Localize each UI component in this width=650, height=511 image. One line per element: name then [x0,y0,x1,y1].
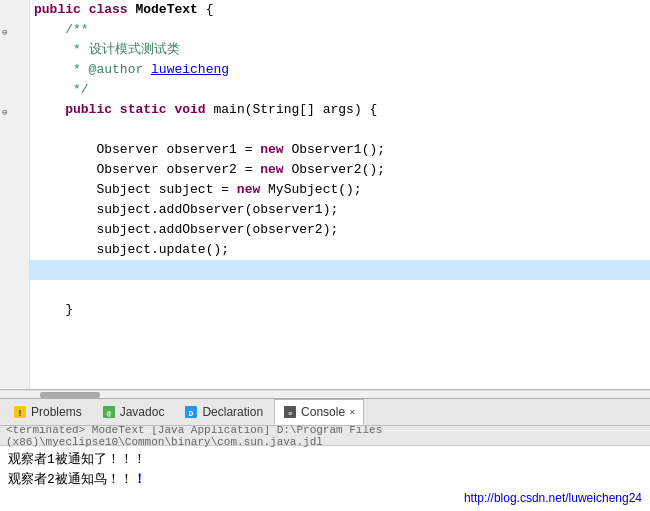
line-15 [0,280,29,300]
line-8 [0,140,29,160]
line-numbers: ⊖ ⊖ [0,0,30,389]
console-area: <terminated> ModeText [Java Application]… [0,426,650,509]
tab-console[interactable]: ≡ Console ✕ [274,399,364,425]
line-16 [0,300,29,320]
declaration-icon: D [184,405,198,419]
line-7 [0,120,29,140]
javadoc-icon: @ [102,405,116,419]
line-17 [0,320,29,340]
problems-tab-label: Problems [31,405,82,419]
line-11 [0,200,29,220]
line-6: ⊖ [0,100,29,120]
scrollbar-thumb[interactable] [40,392,100,398]
line-9 [0,160,29,180]
console-close-icon[interactable]: ✕ [349,406,355,418]
terminated-label: <terminated> ModeText [Java Application]… [6,426,644,448]
tab-declaration[interactable]: D Declaration [175,399,272,425]
declaration-tab-label: Declaration [202,405,263,419]
console-line-2: 观察者2被通知鸟！！！ [8,470,642,490]
javadoc-tab-label: Javadoc [120,405,165,419]
line-13 [0,240,29,260]
svg-text:D: D [189,409,194,418]
code-text: public class ModeText { /** * 设计模式测试类 * … [30,0,650,320]
svg-text:@: @ [106,409,111,418]
horizontal-scrollbar[interactable] [0,390,650,398]
line-14 [0,260,29,280]
line-2: ⊖ [0,20,29,40]
svg-text:!: ! [17,409,22,418]
line-12 [0,220,29,240]
line-10 [0,180,29,200]
line-3 [0,40,29,60]
line-1 [0,0,29,20]
console-line-1: 观察者1被通知了！！！ [8,450,642,470]
tab-javadoc[interactable]: @ Javadoc [93,399,174,425]
line-5 [0,80,29,100]
code-editor: ⊖ ⊖ public class ModeText { /** * 设计模式测试… [0,0,650,390]
console-tab-label: Console [301,405,345,419]
line-4 [0,60,29,80]
watermark-link: http://blog.csdn.net/luweicheng24 [464,491,642,505]
console-output: 观察者1被通知了！！！ 观察者2被通知鸟！！！ [0,446,650,494]
console-header: <terminated> ModeText [Java Application]… [0,426,650,446]
tab-bar: ! Problems @ Javadoc D Declaration ≡ [0,398,650,426]
svg-text:≡: ≡ [288,410,292,418]
console-icon: ≡ [283,405,297,419]
tab-problems[interactable]: ! Problems [4,399,91,425]
problems-icon: ! [13,405,27,419]
